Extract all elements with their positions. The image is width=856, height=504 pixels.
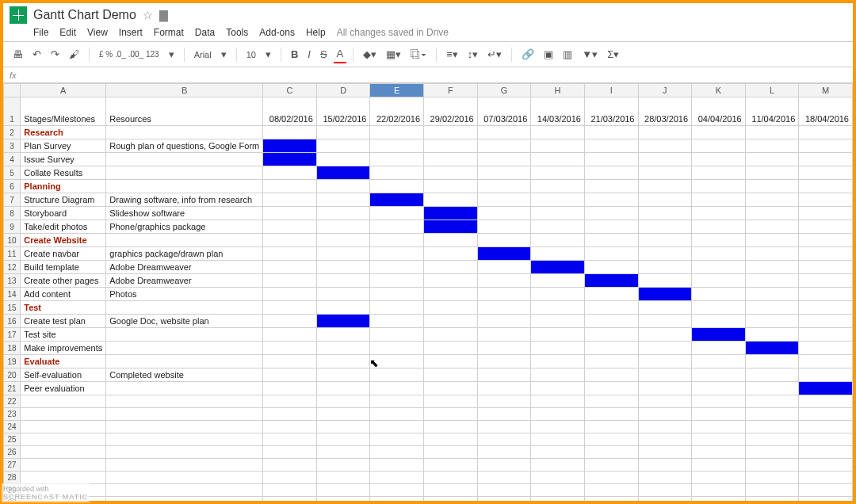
row-header[interactable]: 23 bbox=[4, 408, 21, 421]
cell[interactable] bbox=[21, 459, 106, 472]
cell[interactable] bbox=[477, 446, 531, 459]
gantt-cell[interactable] bbox=[584, 126, 638, 139]
gantt-cell[interactable] bbox=[263, 153, 317, 166]
cell[interactable] bbox=[531, 408, 585, 421]
gantt-cell[interactable] bbox=[745, 288, 799, 301]
gantt-cell[interactable] bbox=[263, 382, 317, 395]
cell[interactable] bbox=[584, 459, 638, 472]
gantt-cell[interactable] bbox=[638, 166, 692, 180]
cell[interactable] bbox=[370, 446, 424, 459]
gantt-cell[interactable] bbox=[692, 180, 746, 193]
gantt-cell[interactable] bbox=[531, 274, 585, 288]
cell[interactable] bbox=[531, 433, 585, 446]
redo-icon[interactable]: ↷ bbox=[48, 46, 63, 63]
row-header[interactable]: 19 bbox=[4, 355, 21, 368]
cell[interactable] bbox=[424, 433, 478, 446]
cell[interactable] bbox=[477, 484, 531, 497]
gantt-cell[interactable] bbox=[638, 126, 692, 139]
row-header[interactable]: 6 bbox=[4, 180, 21, 193]
strike-icon[interactable]: S bbox=[317, 46, 331, 63]
cell[interactable] bbox=[21, 433, 106, 446]
cell[interactable]: 11/04/2016 bbox=[745, 97, 799, 126]
task-resource[interactable] bbox=[106, 301, 263, 315]
cell[interactable] bbox=[263, 433, 317, 446]
col-header[interactable] bbox=[4, 84, 21, 97]
gantt-cell[interactable] bbox=[745, 301, 799, 315]
cell[interactable] bbox=[584, 395, 638, 408]
gantt-cell[interactable] bbox=[584, 328, 638, 342]
gantt-cell[interactable] bbox=[531, 328, 585, 342]
gantt-cell[interactable] bbox=[745, 193, 799, 207]
task-resource[interactable]: Adobe Dreamweaver bbox=[106, 261, 263, 274]
borders-icon[interactable]: ▦▾ bbox=[383, 46, 404, 63]
menu-file[interactable]: File bbox=[33, 27, 48, 38]
gantt-cell[interactable] bbox=[477, 220, 531, 234]
gantt-cell[interactable] bbox=[584, 193, 638, 207]
gantt-cell[interactable] bbox=[477, 261, 531, 274]
gantt-cell[interactable] bbox=[424, 382, 478, 395]
bold-icon[interactable]: B bbox=[288, 46, 301, 63]
task-name[interactable]: Create navbar bbox=[21, 247, 106, 261]
col-header[interactable]: G bbox=[477, 84, 531, 97]
gantt-cell[interactable] bbox=[531, 315, 585, 328]
gantt-cell[interactable] bbox=[477, 180, 531, 193]
menu-add-ons[interactable]: Add-ons bbox=[259, 27, 295, 38]
gantt-cell[interactable] bbox=[638, 274, 692, 288]
gantt-cell[interactable] bbox=[316, 328, 370, 342]
task-name[interactable]: Evaluate bbox=[21, 355, 106, 368]
cell[interactable]: 29/02/2016 bbox=[424, 97, 478, 126]
gantt-cell[interactable] bbox=[370, 301, 424, 315]
gantt-cell[interactable] bbox=[799, 382, 853, 395]
cell[interactable] bbox=[316, 408, 370, 421]
cell[interactable] bbox=[799, 484, 853, 497]
row-header[interactable]: 21 bbox=[4, 382, 21, 395]
gantt-cell[interactable] bbox=[424, 207, 478, 220]
cell[interactable] bbox=[531, 484, 585, 497]
cell[interactable] bbox=[584, 472, 638, 484]
task-name[interactable]: Plan Survey bbox=[21, 139, 106, 153]
task-name[interactable]: Structure Diagram bbox=[21, 193, 106, 207]
row-header[interactable]: 22 bbox=[4, 395, 21, 408]
gantt-cell[interactable] bbox=[477, 247, 531, 261]
gantt-cell[interactable] bbox=[531, 342, 585, 355]
gantt-cell[interactable] bbox=[424, 234, 478, 247]
gantt-cell[interactable] bbox=[316, 288, 370, 301]
gantt-cell[interactable] bbox=[263, 355, 317, 368]
gantt-cell[interactable] bbox=[531, 139, 585, 153]
gantt-cell[interactable] bbox=[316, 274, 370, 288]
cell[interactable] bbox=[106, 421, 263, 433]
row-header[interactable]: 7 bbox=[4, 193, 21, 207]
cell[interactable] bbox=[799, 497, 853, 505]
gantt-cell[interactable] bbox=[424, 274, 478, 288]
gantt-cell[interactable] bbox=[584, 207, 638, 220]
italic-icon[interactable]: I bbox=[304, 46, 314, 63]
text-color-icon[interactable]: A bbox=[334, 45, 347, 63]
gantt-cell[interactable] bbox=[477, 139, 531, 153]
gantt-cell[interactable] bbox=[799, 342, 853, 355]
undo-icon[interactable]: ↶ bbox=[29, 46, 44, 63]
cell[interactable] bbox=[638, 408, 692, 421]
cell[interactable] bbox=[745, 484, 799, 497]
gantt-cell[interactable] bbox=[692, 315, 746, 328]
task-name[interactable]: Research bbox=[21, 126, 106, 139]
filter-icon[interactable]: ▼▾ bbox=[579, 46, 601, 63]
gantt-cell[interactable] bbox=[316, 166, 370, 180]
gantt-cell[interactable] bbox=[638, 180, 692, 193]
gantt-cell[interactable] bbox=[584, 220, 638, 234]
cell[interactable] bbox=[745, 446, 799, 459]
col-header[interactable]: F bbox=[424, 84, 478, 97]
gantt-cell[interactable] bbox=[424, 193, 478, 207]
row-header[interactable]: 15 bbox=[4, 301, 21, 315]
task-name[interactable]: Make improvements bbox=[21, 342, 106, 355]
gantt-cell[interactable] bbox=[638, 288, 692, 301]
cell[interactable] bbox=[263, 484, 317, 497]
link-icon[interactable]: 🔗 bbox=[518, 46, 537, 63]
gantt-cell[interactable] bbox=[316, 382, 370, 395]
gantt-cell[interactable] bbox=[799, 166, 853, 180]
gantt-cell[interactable] bbox=[638, 315, 692, 328]
cell[interactable] bbox=[477, 408, 531, 421]
cell[interactable] bbox=[531, 459, 585, 472]
task-resource[interactable] bbox=[106, 180, 263, 193]
gantt-cell[interactable] bbox=[692, 368, 746, 382]
task-name[interactable]: Collate Results bbox=[21, 166, 106, 180]
